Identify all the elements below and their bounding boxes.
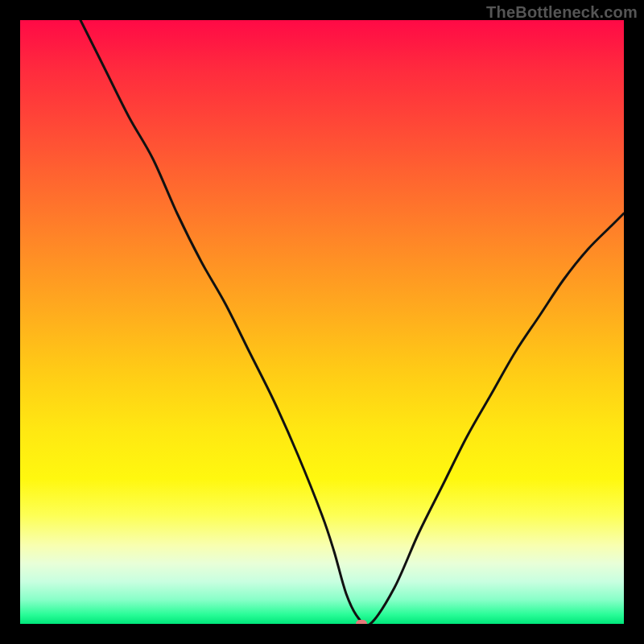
plot-area <box>20 20 624 624</box>
optimum-marker <box>356 620 367 624</box>
curve-svg <box>20 20 624 624</box>
bottleneck-curve <box>80 20 624 624</box>
watermark-label: TheBottleneck.com <box>486 3 638 22</box>
chart-frame: TheBottleneck.com <box>0 0 644 644</box>
